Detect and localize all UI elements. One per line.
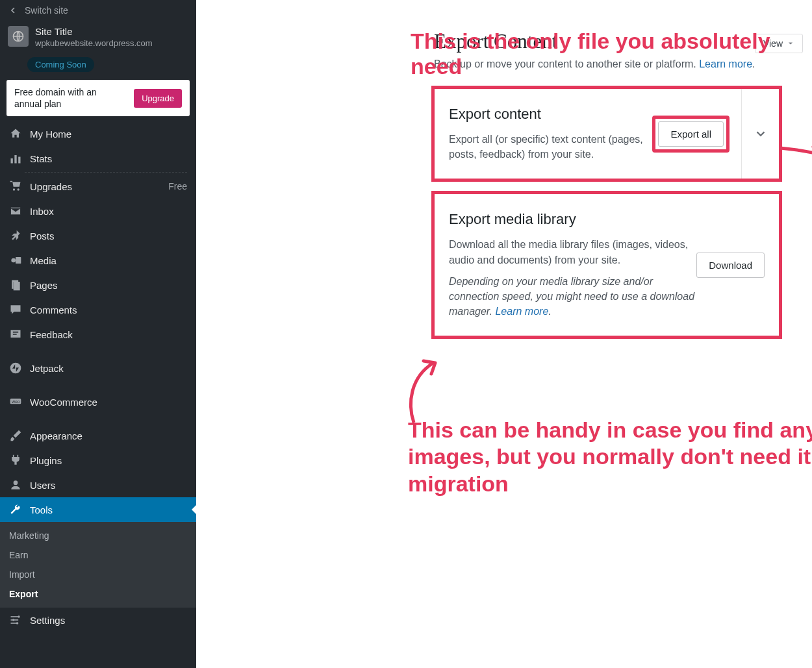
nav-badge: Free (168, 181, 187, 192)
annotation-bottom: This can be handy in case you find any m… (408, 417, 812, 497)
arrow-bottom-icon (404, 358, 443, 426)
nav-settings[interactable]: Settings (0, 608, 196, 632)
plugin-icon (9, 454, 22, 467)
woo-icon: woo (9, 395, 22, 408)
jetpack-icon (9, 362, 22, 375)
nav-label: My Home (30, 129, 71, 140)
sub-marketing[interactable]: Marketing (0, 526, 196, 545)
annotation-top: This is the only file you absolutely nee… (411, 29, 812, 79)
feedback-icon (9, 328, 22, 341)
card-title: Export content (449, 106, 652, 123)
svg-point-4 (11, 258, 16, 263)
nav-users[interactable]: Users (0, 473, 196, 497)
export-all-highlight: Export all (652, 116, 730, 153)
home-icon (9, 127, 22, 140)
nav-media[interactable]: Media (0, 248, 196, 273)
nav-label: Pages (30, 280, 58, 291)
globe-icon (12, 30, 25, 43)
nav-pages[interactable]: Pages (0, 273, 196, 297)
comment-icon (9, 303, 22, 316)
nav-appearance[interactable]: Appearance (0, 423, 196, 448)
card-desc: Export all (or specific) text content (p… (449, 132, 652, 162)
sub-earn[interactable]: Earn (0, 545, 196, 565)
tools-submenu: Marketing Earn Import Export (0, 522, 196, 608)
wrench-icon (9, 503, 22, 516)
nav-posts[interactable]: Posts (0, 223, 196, 248)
export-media-card: Export media library Download all the me… (431, 191, 782, 339)
nav-label: Inbox (30, 206, 54, 217)
brush-icon (9, 429, 22, 442)
card-note: Depending on your media library size and… (449, 274, 696, 319)
download-button[interactable]: Download (696, 253, 765, 278)
svg-rect-2 (14, 155, 16, 164)
promo-text: Free domain with an annual plan (14, 86, 105, 110)
nav-label: Plugins (30, 455, 62, 466)
svg-point-19 (16, 623, 18, 625)
nav-label: Settings (30, 615, 65, 626)
site-info[interactable]: Site Title wpkubewebsite.wordpress.com (0, 21, 196, 55)
site-icon (8, 26, 29, 47)
promo-box: Free domain with an annual plan Upgrade (6, 80, 190, 116)
nav-comments[interactable]: Comments (0, 297, 196, 322)
coming-soon-badge: Coming Soon (27, 57, 94, 72)
nav-inbox[interactable]: Inbox (0, 199, 196, 223)
expand-toggle[interactable] (741, 89, 779, 179)
sub-export[interactable]: Export (0, 584, 196, 604)
svg-rect-3 (18, 157, 20, 164)
svg-rect-15 (11, 620, 19, 621)
media-icon (9, 254, 22, 267)
site-title: Site Title (35, 26, 188, 37)
nav-my-home[interactable]: My Home (0, 121, 196, 146)
sub-import[interactable]: Import (0, 565, 196, 584)
nav-label: Upgrades (30, 181, 72, 192)
nav-woocommerce[interactable]: woo WooCommerce (0, 390, 196, 414)
cart-icon (9, 180, 22, 193)
switch-site-link[interactable]: Switch site (0, 0, 196, 21)
nav-stats[interactable]: Stats (0, 146, 196, 171)
export-all-button[interactable]: Export all (658, 121, 724, 147)
svg-point-18 (12, 619, 14, 621)
sidebar: Switch site Site Title wpkubewebsite.wor… (0, 0, 196, 668)
nav-plugins[interactable]: Plugins (0, 448, 196, 473)
upgrade-button[interactable]: Upgrade (134, 89, 182, 108)
svg-point-17 (18, 616, 19, 618)
nav-label: Appearance (30, 430, 82, 441)
chevron-down-icon (754, 127, 768, 141)
nav-label: Comments (30, 304, 77, 315)
nav-label: Stats (30, 153, 52, 164)
chevron-left-icon (8, 5, 18, 16)
svg-rect-5 (16, 257, 21, 264)
user-icon (9, 478, 22, 491)
nav-upgrades[interactable]: Upgrades Free (0, 174, 196, 199)
learn-more-link-media[interactable]: Learn more (495, 306, 548, 317)
switch-site-label: Switch site (25, 5, 68, 16)
nav-label: Posts (30, 230, 55, 241)
nav-label: WooCommerce (30, 397, 97, 408)
pin-icon (9, 229, 22, 242)
main-nav: My Home Stats Upgrades Free Inbox Posts … (0, 121, 196, 632)
main-content: View This is the only file you absolutel… (196, 30, 812, 339)
site-url: wpkubewebsite.wordpress.com (35, 38, 188, 48)
svg-point-13 (14, 481, 18, 486)
svg-rect-1 (11, 158, 13, 164)
nav-label: Jetpack (30, 363, 64, 374)
nav-jetpack[interactable]: Jetpack (0, 356, 196, 380)
export-content-card: Export content Export all (or specific) … (431, 86, 782, 182)
svg-text:woo: woo (11, 399, 20, 404)
svg-rect-14 (11, 617, 19, 618)
card-title: Export media library (449, 211, 696, 228)
nav-feedback[interactable]: Feedback (0, 322, 196, 347)
pages-icon (9, 278, 22, 291)
nav-label: Media (30, 255, 57, 266)
stats-icon (9, 152, 22, 165)
mail-icon (9, 204, 22, 217)
nav-tools[interactable]: Tools (0, 497, 196, 522)
nav-label: Users (30, 480, 55, 491)
nav-separator (25, 172, 187, 173)
nav-label: Feedback (30, 329, 73, 340)
svg-point-10 (10, 363, 21, 374)
svg-rect-8 (14, 282, 20, 290)
nav-label: Tools (30, 504, 53, 515)
settings-icon (9, 613, 22, 626)
card-desc: Download all the media library files (im… (449, 237, 696, 267)
